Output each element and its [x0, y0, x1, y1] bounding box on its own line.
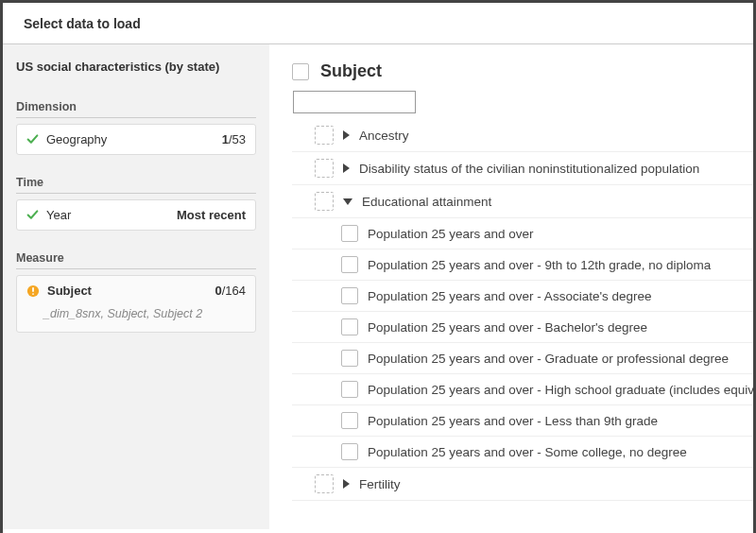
tree-checkbox[interactable]: [341, 350, 358, 367]
subject-header: Subject: [292, 60, 756, 91]
time-value: Most recent: [177, 208, 246, 222]
tree-label: Population 25 years and over: [368, 227, 756, 241]
check-icon: [26, 209, 39, 221]
tree-label: Population 25 years and over - Less than…: [368, 414, 756, 428]
tree-row[interactable]: Educational attainment: [292, 185, 756, 218]
dataset-title: US social characteristics (by state): [16, 58, 256, 89]
measure-card-subject[interactable]: Subject 0/164 _dim_8snx, Subject, Subjec…: [16, 275, 256, 333]
tree-row[interactable]: Population 25 years and over - Graduate …: [292, 343, 756, 374]
tree-checkbox[interactable]: [315, 192, 334, 211]
measure-sub: _dim_8snx, Subject, Subject 2: [26, 298, 246, 324]
tree-row[interactable]: Population 25 years and over - High scho…: [292, 374, 756, 405]
dimension-card-geography[interactable]: Geography 1/53: [16, 124, 256, 155]
dimension-count: 1/53: [222, 132, 246, 146]
tree-row[interactable]: Population 25 years and over - Bachelor'…: [292, 312, 756, 343]
tree-checkbox[interactable]: [315, 126, 334, 145]
tree-label: Population 25 years and over - 9th to 12…: [368, 258, 756, 272]
tree-label: Disability status of the civilian nonins…: [359, 162, 756, 176]
tree-row[interactable]: Population 25 years and over - Associate…: [292, 281, 756, 312]
sidebar: US social characteristics (by state) Dim…: [3, 44, 269, 529]
time-name: Year: [46, 208, 169, 222]
tree-checkbox[interactable]: [341, 256, 358, 273]
tree-checkbox[interactable]: [315, 159, 334, 178]
main-panel: Subject AncestryDisability status of the…: [269, 44, 756, 529]
tree-checkbox[interactable]: [341, 443, 358, 460]
tree-label: Population 25 years and over - Some coll…: [368, 445, 756, 459]
tree-checkbox[interactable]: [341, 412, 358, 429]
check-icon: [26, 133, 39, 146]
tree-row[interactable]: Population 25 years and over - 9th to 12…: [292, 249, 756, 281]
tree-checkbox[interactable]: [341, 225, 358, 242]
chevron-right-icon[interactable]: [343, 130, 350, 140]
tree-checkbox[interactable]: [315, 474, 334, 493]
chevron-down-icon[interactable]: [343, 198, 352, 205]
tree-checkbox[interactable]: [341, 318, 358, 335]
svg-rect-1: [32, 287, 34, 292]
tree-label: Educational attainment: [362, 195, 756, 209]
section-label-measure: Measure: [16, 240, 256, 269]
select-all-checkbox[interactable]: [292, 63, 309, 80]
section-label-time: Time: [16, 164, 256, 194]
tree-checkbox[interactable]: [341, 381, 358, 398]
tree-row[interactable]: Population 25 years and over - Some coll…: [292, 437, 756, 468]
tree-row[interactable]: Fertility: [292, 468, 756, 501]
tree-label: Population 25 years and over - Graduate …: [368, 352, 756, 366]
warning-icon: [26, 284, 40, 298]
tree-label: Population 25 years and over - High scho…: [368, 383, 756, 397]
chevron-right-icon[interactable]: [343, 479, 350, 489]
tree-label: Population 25 years and over - Associate…: [368, 289, 756, 303]
tree-checkbox[interactable]: [341, 287, 358, 304]
tree-label: Fertility: [359, 477, 756, 491]
tree-row[interactable]: Population 25 years and over: [292, 218, 756, 249]
subject-title: Subject: [320, 61, 382, 81]
tree-row[interactable]: Disability status of the civilian nonins…: [292, 152, 756, 185]
measure-name: Subject: [47, 284, 207, 298]
dialog-content: US social characteristics (by state) Dim…: [3, 44, 753, 529]
tree-row[interactable]: Population 25 years and over - Less than…: [292, 405, 756, 437]
dialog-header: Select data to load: [3, 3, 753, 44]
svg-rect-2: [32, 293, 34, 295]
time-card-year[interactable]: Year Most recent: [16, 199, 256, 231]
measure-count: 0/164: [215, 284, 246, 298]
search-input[interactable]: [293, 91, 416, 113]
dimension-name: Geography: [46, 132, 215, 146]
dialog-title: Select data to load: [24, 16, 141, 31]
chevron-right-icon[interactable]: [343, 163, 350, 173]
subject-tree: AncestryDisability status of the civilia…: [292, 119, 756, 529]
tree-label: Ancestry: [359, 129, 756, 143]
section-label-dimension: Dimension: [16, 89, 256, 118]
tree-label: Population 25 years and over - Bachelor'…: [368, 320, 756, 335]
tree-row[interactable]: Ancestry: [292, 119, 756, 152]
